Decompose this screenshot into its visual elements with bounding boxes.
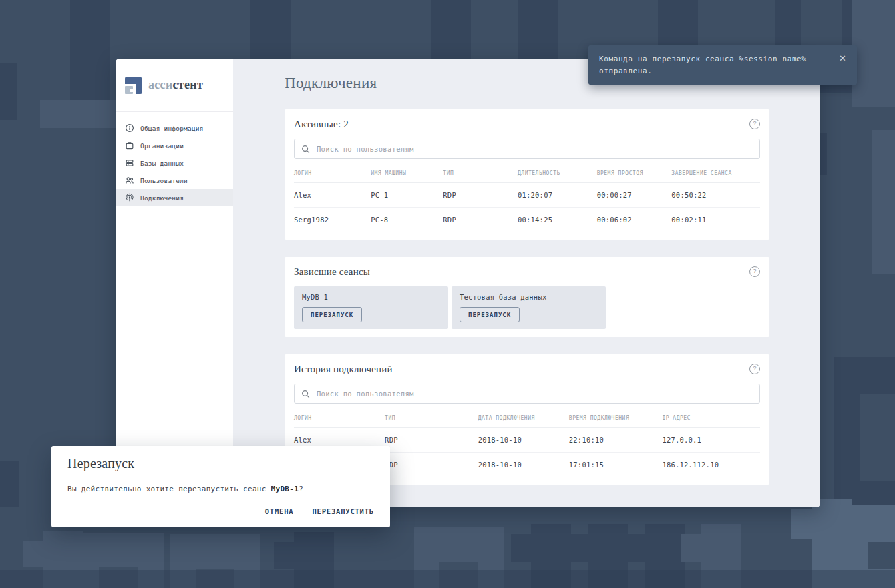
hung-session-item: Тестовая база данных ПЕРЕЗАПУСК <box>452 286 606 329</box>
column-header: IP-АДРЕС <box>662 406 760 428</box>
logo-text: ассистент <box>148 78 203 92</box>
column-header: ТИП <box>443 162 518 183</box>
cell-machine: PC-8 <box>371 208 443 232</box>
hung-sessions-card: Зависшие сеансы ? MyDB-1 ПЕРЕЗАПУСК Тест… <box>285 257 769 337</box>
toast-message: Команда на перезапуск сеанса %session_na… <box>599 53 818 77</box>
sidebar-item-connections[interactable]: Подключения <box>116 189 233 206</box>
hung-sessions-title: Зависшие сеансы <box>294 266 370 278</box>
modal-session-name: MyDB-1 <box>271 485 299 493</box>
modal-title: Перезапуск <box>67 456 374 471</box>
cell-date: 2018-10-10 <box>478 428 569 453</box>
restart-button[interactable]: ПЕРЕЗАПУСК <box>302 307 362 322</box>
cell-type: RDP <box>385 428 478 453</box>
help-icon[interactable]: ? <box>749 364 760 374</box>
sidebar-item-users[interactable]: Пользователи <box>116 172 233 189</box>
session-name: MyDB-1 <box>302 293 440 301</box>
cell-end: 00:02:11 <box>671 208 760 232</box>
cell-end: 00:50:22 <box>671 183 760 208</box>
active-search-input[interactable] <box>315 144 753 154</box>
app-window: ассистент Общая информация Организации <box>116 59 820 507</box>
column-header: ЛОГИН <box>294 162 371 183</box>
database-icon <box>125 158 134 168</box>
search-icon <box>301 390 310 398</box>
active-sessions-title: Активные: 2 <box>294 119 349 130</box>
history-search-input[interactable] <box>315 389 753 398</box>
table-header-row: ЛОГИН ИМЯ МАШИНЫ ТИП ДЛИТЕЛЬНОСТЬ ВРЕМЯ … <box>294 162 760 183</box>
restart-button[interactable]: ПЕРЕЗАПУСК <box>460 307 520 322</box>
column-header: ЗАВЕРШЕНИЕ СЕАНСА <box>671 162 760 183</box>
cell-machine: PC-1 <box>371 183 443 208</box>
broadcast-icon <box>125 193 134 202</box>
cell-duration: 01:20:07 <box>518 183 597 208</box>
sidebar-item-general-info[interactable]: Общая информация <box>116 119 233 137</box>
sidebar: ассистент Общая информация Организации <box>116 59 233 507</box>
search-icon <box>301 145 310 154</box>
active-sessions-table: ЛОГИН ИМЯ МАШИНЫ ТИП ДЛИТЕЛЬНОСТЬ ВРЕМЯ … <box>294 162 760 232</box>
restart-modal: Перезапуск Вы действительно хотите перез… <box>51 446 390 527</box>
cell-login: Alex <box>294 183 371 208</box>
sidebar-nav: Общая информация Организации Базы данных <box>116 112 233 206</box>
help-icon[interactable]: ? <box>749 266 760 277</box>
column-header: ВРЕМЯ ПОДКЛЮЧЕНИЯ <box>569 406 663 428</box>
sidebar-item-organizations[interactable]: Организации <box>116 137 233 154</box>
cell-duration: 00:14:25 <box>518 208 597 232</box>
briefcase-icon <box>125 141 134 150</box>
cancel-button[interactable]: ОТМЕНА <box>265 506 294 517</box>
sidebar-item-label: Подключения <box>140 194 184 202</box>
table-header-row: ЛОГИН ТИП ДАТА ПОДКЛЮЧЕНИЯ ВРЕМЯ ПОДКЛЮЧ… <box>294 406 760 428</box>
cell-ip: 186.12.112.10 <box>662 453 760 477</box>
history-title: История подключений <box>294 364 393 375</box>
users-icon <box>125 176 134 185</box>
cell-ip: 127.0.0.1 <box>662 428 760 453</box>
cell-idle: 00:00:27 <box>597 183 672 208</box>
sidebar-item-label: Организации <box>140 142 184 150</box>
column-header: ВРЕМЯ ПРОСТОЯ <box>597 162 672 183</box>
session-name: Тестовая база данных <box>460 293 598 301</box>
history-search-box <box>294 384 760 404</box>
column-header: ЛОГИН <box>294 406 385 428</box>
cell-type: RDP <box>443 208 518 232</box>
cell-date: 2018-10-10 <box>478 453 569 477</box>
cell-idle: 00:06:02 <box>597 208 672 232</box>
cell-type: RDP <box>385 453 478 477</box>
cell-type: RDP <box>443 183 518 208</box>
sidebar-item-label: Общая информация <box>140 125 204 132</box>
modal-body-text: Вы действительно хотите перезапустить се… <box>67 485 271 493</box>
logo-icon <box>125 77 142 94</box>
column-header: ИМЯ МАШИНЫ <box>371 162 443 183</box>
cell-time: 17:01:15 <box>569 453 663 477</box>
active-sessions-card: Активные: 2 ? ЛОГИН ИМЯ МАШИНЫ ТИП ДЛИТЕ… <box>285 109 769 240</box>
confirm-restart-button[interactable]: ПЕРЕЗАПУСТИТЬ <box>312 506 374 517</box>
sidebar-item-label: Пользователи <box>140 177 188 184</box>
sidebar-item-databases[interactable]: Базы данных <box>116 154 233 172</box>
info-icon <box>125 123 134 133</box>
cell-login: Serg1982 <box>294 208 371 232</box>
table-row: Alex PC-1 RDP 01:20:07 00:00:27 00:50:22 <box>294 183 760 208</box>
table-row: Serg1982 PC-8 RDP 00:14:25 00:06:02 00:0… <box>294 208 760 232</box>
column-header: ДЛИТЕЛЬНОСТЬ <box>518 162 597 183</box>
hung-session-item: MyDB-1 ПЕРЕЗАПУСК <box>294 286 448 329</box>
logo: ассистент <box>116 59 233 112</box>
modal-body-suffix: ? <box>299 485 303 493</box>
sidebar-item-label: Базы данных <box>140 160 184 167</box>
column-header: ТИП <box>385 406 478 428</box>
column-header: ДАТА ПОДКЛЮЧЕНИЯ <box>478 406 569 428</box>
content: Подключения Активные: 2 ? ЛОГИН ИМЯ МАШИ… <box>233 59 820 507</box>
active-search-box <box>294 139 760 159</box>
modal-body: Вы действительно хотите перезапустить се… <box>67 485 374 493</box>
help-icon[interactable]: ? <box>749 119 760 129</box>
close-icon[interactable]: ✕ <box>839 53 846 65</box>
cell-time: 22:10:10 <box>569 428 663 453</box>
toast-notification: Команда на перезапуск сеанса %session_na… <box>588 45 857 85</box>
